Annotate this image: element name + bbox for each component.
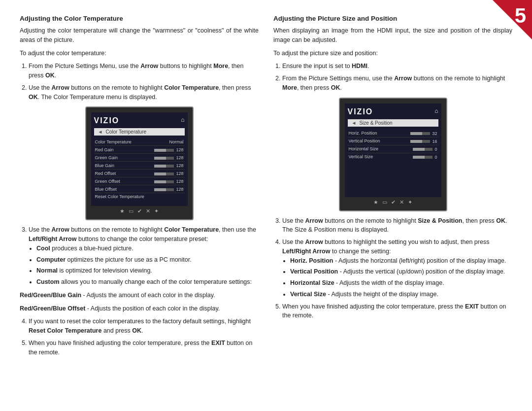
right-tv-header: VIZIO ⌂ xyxy=(348,107,438,116)
right-bullet-vsize: Vertical Size - Adjusts the height of th… xyxy=(290,290,512,299)
left-tv-bottom-bar: ★ ▭ ✔ ✕ ✦ xyxy=(91,206,188,216)
left-bullet-normal: Normal is optimized for television viewi… xyxy=(36,266,259,275)
left-steps-list: From the Picture Settings Menu, use the … xyxy=(29,62,259,102)
right-icon-gear: ✦ xyxy=(408,199,412,206)
right-vizio-logo: VIZIO xyxy=(348,107,373,116)
right-menu-title: Size & Position xyxy=(359,120,392,126)
left-offset-text: Red/Green/Blue Offset - Adjusts the posi… xyxy=(20,304,259,313)
left-menu-title: Color Temperature xyxy=(105,129,146,135)
left-step-1: From the Picture Settings Menu, use the … xyxy=(29,62,259,80)
left-tv-row-1: Red Gain 128 xyxy=(94,146,185,154)
right-adjust-intro: To adjust the picture size and position: xyxy=(273,49,512,58)
left-bullet-computer: Computer optimizes the picture for use a… xyxy=(36,255,259,265)
right-tv-bottom-bar: ★ ▭ ✔ ✕ ✦ xyxy=(345,197,441,207)
bold-color-temp-2: Color Temperature xyxy=(164,226,219,233)
left-step-4: If you want to reset the color temperatu… xyxy=(29,317,259,336)
right-home-icon: ⌂ xyxy=(434,107,438,114)
right-step-3: Use the Arrow buttons on the remote to h… xyxy=(282,216,512,235)
right-icon-x: ✕ xyxy=(399,199,404,206)
left-column: Adjusting the Color Temperature Adjustin… xyxy=(20,15,259,401)
right-tv-row-0: Horiz. Position 32 xyxy=(348,130,438,137)
left-menu-tab: ◄ Color Temperature xyxy=(94,128,185,136)
right-bullet-vertical: Vertical Position - Adjusts the vertical… xyxy=(290,267,512,276)
left-back-arrow: ◄ xyxy=(98,129,103,135)
right-tv-screen: VIZIO ⌂ ◄ Size & Position Horiz. Positio… xyxy=(345,103,441,197)
left-icon-x: ✕ xyxy=(146,208,150,214)
right-bullet-hsize: Horizontal Size - Adjusts the width of t… xyxy=(290,278,512,288)
left-tv-row-0: Color Temperature Normal xyxy=(94,138,185,146)
left-steps-end: If you want to reset the color temperatu… xyxy=(29,317,259,357)
left-tv-rows: Color Temperature Normal Red Gain 128 Gr… xyxy=(94,138,185,200)
bold-lr-arrow: Left/Right Arrow xyxy=(29,236,76,242)
left-tv-row-7: Reset Color Temperature xyxy=(94,193,185,200)
right-back-arrow: ◄ xyxy=(352,120,357,126)
bold-arrow-2: Arrow xyxy=(52,84,69,91)
left-icon-check: ✔ xyxy=(137,208,142,214)
right-tv-rows: Horiz. Position 32 Vertical Position 16 … xyxy=(348,130,438,161)
right-step-1: Ensure the input is set to HDMI. xyxy=(282,62,512,71)
right-step-4: Use the Arrow buttons to highlight the s… xyxy=(282,238,512,299)
left-tv-mockup: VIZIO ⌂ ◄ Color Temperature Color Temper… xyxy=(85,106,194,220)
right-bullet-list: Horiz. Position - Adjusts the horizontal… xyxy=(290,256,512,299)
page-chapter-number: 5 xyxy=(515,4,526,28)
right-menu-tab: ◄ Size & Position xyxy=(348,119,438,127)
right-heading: Adjusting the Picture Size and Position xyxy=(273,15,512,22)
left-adjust-intro: To adjust the color temperature: xyxy=(20,49,259,58)
left-tv-row-3: Blue Gain 128 xyxy=(94,162,185,170)
right-steps-cont: Use the Arrow buttons on the remote to h… xyxy=(282,216,512,321)
left-tv-row-2: Green Gain 128 xyxy=(94,154,185,162)
right-icon-check: ✔ xyxy=(391,199,396,206)
right-icon-star: ★ xyxy=(373,199,378,206)
bold-color-temp: Color Temperature xyxy=(164,84,219,91)
right-tv-mockup: VIZIO ⌂ ◄ Size & Position Horiz. Positio… xyxy=(339,98,447,211)
left-icon-gear: ✦ xyxy=(154,208,159,214)
left-bullet-custom: Custom allows you to manually change eac… xyxy=(36,277,259,287)
right-bullet-horiz: Horiz. Position - Adjusts the horizontal… xyxy=(290,256,512,266)
left-tv-screen: VIZIO ⌂ ◄ Color Temperature Color Temper… xyxy=(91,112,188,206)
bold-arrow-3: Arrow xyxy=(52,226,69,233)
right-steps-list: Ensure the input is set to HDMI. From th… xyxy=(282,62,512,92)
left-step-2: Use the Arrow buttons on the remote to h… xyxy=(29,83,259,102)
left-heading: Adjusting the Color Temperature xyxy=(20,15,259,22)
right-step-5: When you have finished adjusting the col… xyxy=(282,302,512,321)
left-gain-text: Red/Green/Blue Gain - Adjusts the amount… xyxy=(20,291,259,300)
left-icon-star: ★ xyxy=(120,208,125,214)
left-bullet-list: Cool produces a blue-hued picture. Compu… xyxy=(36,244,259,287)
bold-more-1: More xyxy=(213,63,228,69)
right-icon-rect: ▭ xyxy=(382,199,387,206)
right-column: Adjusting the Picture Size and Position … xyxy=(273,15,512,401)
bold-ok-2: OK xyxy=(29,94,38,101)
left-steps-list-cont: Use the Arrow buttons on the remote to h… xyxy=(29,225,259,287)
right-tv-row-2: Horizontal Size 0 xyxy=(348,145,438,153)
left-intro: Adjusting the color temperature will cha… xyxy=(20,26,259,45)
left-tv-header: VIZIO ⌂ xyxy=(94,116,185,125)
left-icon-rect: ▭ xyxy=(129,208,133,214)
left-bullet-cool: Cool produces a blue-hued picture. xyxy=(36,244,259,253)
right-tv-row-3: Vertical Size 0 xyxy=(348,153,438,161)
left-tv-row-6: Blue Offset 128 xyxy=(94,185,185,193)
left-step-3: Use the Arrow buttons on the remote to h… xyxy=(29,225,259,287)
bold-ok-1: OK xyxy=(45,72,55,79)
right-tv-row-1: Vertical Position 16 xyxy=(348,137,438,145)
left-tv-row-4: Red Offset 128 xyxy=(94,170,185,177)
bold-arrow-1: Arrow xyxy=(140,63,158,69)
right-step-2: From the Picture Settings menu, use the … xyxy=(282,74,512,93)
left-vizio-logo: VIZIO xyxy=(94,116,120,125)
right-intro: When displaying an image from the HDMI i… xyxy=(273,26,512,45)
left-step-5: When you have finished adjusting the col… xyxy=(29,339,259,357)
left-home-icon: ⌂ xyxy=(181,116,184,123)
left-tv-row-5: Green Offset 128 xyxy=(94,177,185,185)
